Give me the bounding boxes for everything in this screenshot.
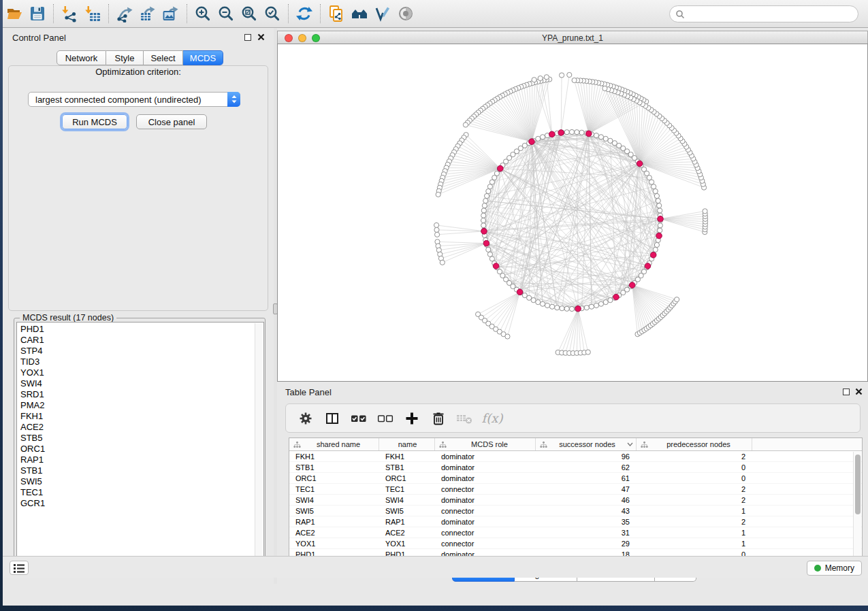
result-item[interactable]: PHD1 [20, 324, 263, 335]
save-icon[interactable] [26, 3, 49, 24]
memory-button[interactable]: Memory [807, 561, 862, 576]
cell-predecessor-nodes: 1 [637, 527, 752, 538]
close-panel-button[interactable]: Close panel [136, 114, 207, 129]
result-item[interactable]: ORC1 [20, 444, 263, 455]
table-scrollbar-thumb[interactable] [855, 455, 861, 514]
vizmapper-icon[interactable] [371, 3, 394, 24]
tab-style[interactable]: Style [106, 50, 144, 65]
add-column-icon[interactable] [402, 408, 422, 429]
export-network-icon[interactable] [113, 3, 136, 24]
select-stepper-icon [227, 92, 240, 107]
result-item[interactable]: YOX1 [20, 367, 263, 378]
selected-option: largest connected component (undirected) [29, 95, 227, 105]
memory-label: Memory [825, 563, 854, 573]
table-row[interactable]: STB1STB1dominator620 [289, 462, 862, 473]
mcds-result-group: MCDS result (17 nodes) PHD1CAR1STP4TID3Y… [14, 318, 266, 570]
cell-predecessor-nodes: 2 [637, 495, 752, 505]
result-item[interactable]: TID3 [20, 357, 263, 367]
search-icon [675, 10, 685, 19]
result-item[interactable]: PMA2 [20, 400, 263, 411]
result-item[interactable]: SRD1 [20, 389, 263, 400]
cell-shared-name: FKH1 [289, 451, 379, 461]
task-history-icon[interactable] [10, 561, 29, 575]
toolbar-separator [187, 4, 187, 23]
result-item[interactable]: FKH1 [20, 411, 263, 422]
result-item[interactable]: STB5 [20, 433, 263, 444]
network-window-title: YPA_prune.txt_1 [278, 33, 867, 43]
table-panel: Table Panel [277, 382, 868, 584]
control-panel-header: Control Panel [3, 28, 274, 46]
result-item[interactable]: SWI5 [20, 476, 263, 487]
node-table[interactable]: shared namenameMCDS rolesuccessor nodesp… [289, 437, 863, 563]
column-header-successor-nodes[interactable]: successor nodes [536, 438, 637, 450]
table-row[interactable]: ACE2ACE2connector311 [289, 527, 862, 538]
result-item[interactable]: TEC1 [20, 487, 263, 498]
tab-select[interactable]: Select [144, 50, 183, 65]
function-builder-icon[interactable]: f(x) [481, 408, 502, 429]
table-scrollbar[interactable] [853, 452, 861, 563]
optimization-criterion-label: Optimization criterion: [3, 67, 274, 77]
show-graphics-details-icon[interactable] [394, 3, 417, 24]
close-panel-icon[interactable] [257, 33, 266, 42]
table-row[interactable]: SWI4SWI4dominator462 [289, 495, 862, 506]
float-table-panel-icon[interactable] [841, 387, 850, 396]
show-column-icon[interactable] [322, 408, 342, 429]
export-table-icon[interactable] [136, 3, 159, 24]
network-view-panel: YPA_prune.txt_1 [277, 28, 868, 382]
zoom-out-icon[interactable] [214, 3, 238, 24]
delete-table-icon[interactable] [455, 408, 475, 429]
export-image-icon[interactable] [159, 3, 182, 24]
search-input[interactable] [685, 6, 858, 22]
network-canvas[interactable] [277, 44, 868, 382]
zoom-selected-icon[interactable] [261, 3, 284, 24]
zoom-fit-icon[interactable] [238, 3, 261, 24]
table-row[interactable]: ORC1ORC1dominator610 [289, 473, 862, 484]
result-item[interactable]: STP4 [20, 346, 263, 357]
column-header-name[interactable]: name [379, 438, 435, 450]
column-header-predecessor-nodes[interactable]: predecessor nodes [637, 438, 752, 450]
table-row[interactable]: TEC1TEC1connector472 [289, 484, 862, 495]
tab-mcds[interactable]: MCDS [183, 50, 223, 65]
result-item[interactable]: SWI4 [20, 378, 263, 389]
cell-mcds-role: dominator [435, 495, 536, 505]
table-row[interactable]: SWI5SWI5connector431 [289, 506, 862, 516]
open-folder-icon[interactable] [3, 3, 26, 24]
fx-label: f(x) [482, 411, 503, 425]
result-item[interactable]: GCR1 [20, 498, 263, 509]
optimization-criterion-select[interactable]: largest connected component (undirected) [28, 92, 240, 107]
mcds-result-list[interactable]: PHD1CAR1STP4TID3YOX1SWI4SRD1PMA2FKH1ACE2… [16, 322, 264, 567]
deselect-all-checkboxes-icon[interactable] [375, 408, 396, 429]
table-row[interactable]: YOX1YOX1connector291 [289, 538, 862, 549]
column-header-mcds-role[interactable]: MCDS role [435, 438, 536, 450]
zoom-in-icon[interactable] [191, 3, 214, 24]
cell-name: SWI5 [379, 506, 435, 516]
select-all-checkboxes-icon[interactable] [349, 408, 369, 429]
refresh-icon[interactable] [293, 3, 316, 24]
cell-name: YOX1 [379, 538, 435, 548]
cell-name: SWI4 [379, 495, 435, 505]
settings-gear-icon[interactable] [295, 408, 316, 429]
tab-network[interactable]: Network [57, 50, 106, 65]
toolbar-separator [288, 4, 289, 23]
result-item[interactable]: CAR1 [20, 335, 263, 346]
network-window-titlebar[interactable]: YPA_prune.txt_1 [277, 31, 868, 44]
import-table-icon[interactable] [81, 3, 104, 24]
search-network-icon[interactable] [348, 3, 371, 24]
table-row[interactable]: FKH1FKH1dominator962 [289, 451, 862, 462]
open-network-document-icon[interactable] [325, 3, 348, 24]
result-item[interactable]: STB1 [20, 465, 263, 476]
cell-mcds-role: dominator [435, 473, 536, 483]
column-header-shared-name[interactable]: shared name [289, 438, 379, 450]
import-network-icon[interactable] [58, 3, 81, 24]
result-list-scrollbar[interactable] [255, 323, 263, 567]
cell-predecessor-nodes: 1 [637, 538, 752, 548]
result-item[interactable]: RAP1 [20, 455, 263, 465]
float-panel-icon[interactable] [243, 33, 252, 42]
delete-column-icon[interactable] [428, 408, 449, 429]
run-mcds-button[interactable]: Run MCDS [62, 114, 127, 129]
close-table-panel-icon[interactable] [854, 387, 863, 396]
cell-successor-nodes: 47 [536, 484, 637, 494]
result-item[interactable]: ACE2 [20, 422, 263, 433]
cell-name: STB1 [379, 462, 435, 472]
table-row[interactable]: RAP1RAP1dominator352 [289, 516, 862, 527]
